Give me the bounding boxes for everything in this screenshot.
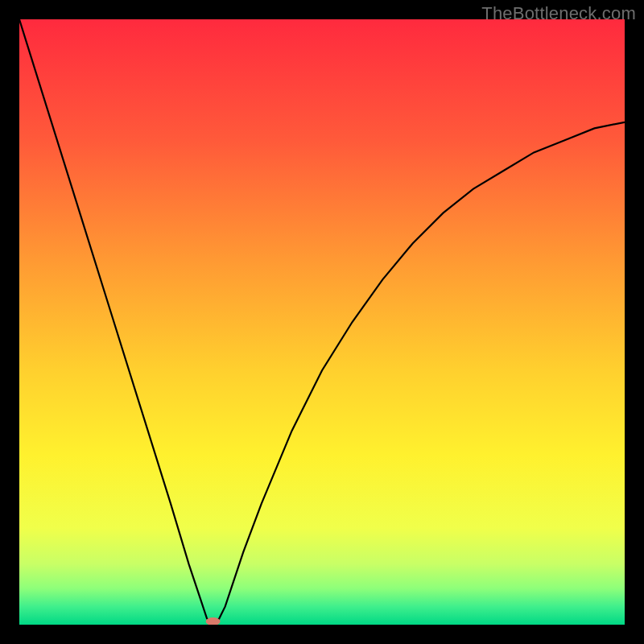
chart-plot <box>19 19 625 625</box>
chart-frame <box>19 19 625 625</box>
bottleneck-curve <box>19 19 625 625</box>
watermark-label: TheBottleneck.com <box>481 3 636 24</box>
